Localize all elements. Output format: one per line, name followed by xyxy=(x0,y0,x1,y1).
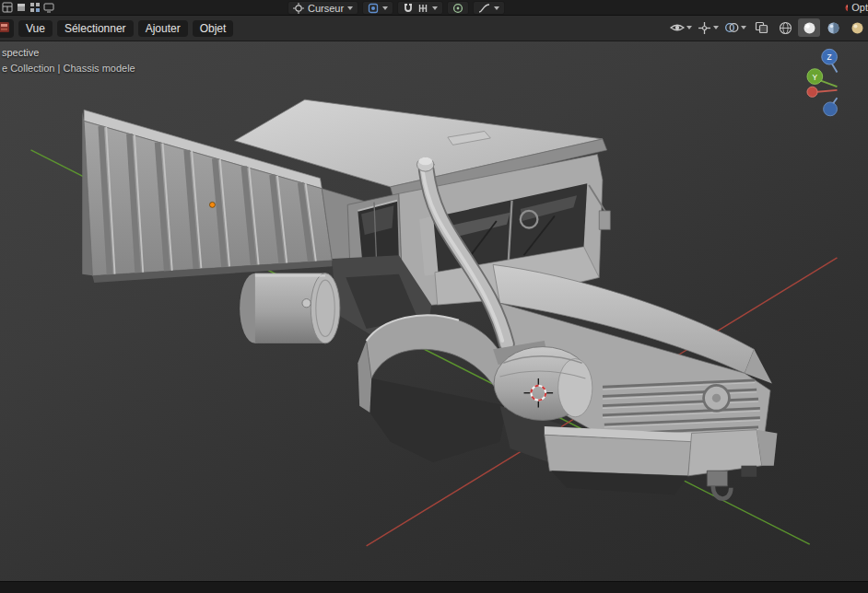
transform-origins-dropdown[interactable] xyxy=(362,1,393,15)
snapping-dropdown[interactable] xyxy=(397,1,443,15)
monitor-icon[interactable] xyxy=(43,2,54,13)
gizmo-z-label: Z xyxy=(827,52,832,62)
gizmo-y-label: Y xyxy=(813,73,818,82)
cube-icon[interactable] xyxy=(16,2,27,13)
chevron-down-icon xyxy=(382,6,388,10)
shading-wireframe-icon xyxy=(779,21,792,35)
snap-magnet-icon xyxy=(403,3,414,14)
fuel-tank[interactable] xyxy=(240,273,340,343)
shading-wireframe-button[interactable] xyxy=(774,18,796,37)
topbar-options[interactable]: Opt xyxy=(844,1,868,14)
snap-increment-icon xyxy=(417,3,428,14)
xray-icon xyxy=(755,21,768,34)
front-bumper[interactable] xyxy=(545,426,778,499)
menu-objet[interactable]: Objet xyxy=(193,20,234,37)
viewport-3d[interactable]: spective e Collection | Chassis modele xyxy=(0,41,868,582)
topbar: Curseur Opt xyxy=(0,0,868,16)
cursor-crosshair-icon xyxy=(293,3,304,14)
tow-shackle xyxy=(707,471,727,486)
menu-vue[interactable]: Vue xyxy=(18,20,53,37)
shading-material-icon xyxy=(827,21,840,35)
viewport-canvas[interactable]: Z Y xyxy=(0,41,868,582)
red-dot-icon xyxy=(844,3,848,13)
collection-breadcrumb: e Collection | Chassis modele xyxy=(2,63,135,74)
menu-ajouter[interactable]: Ajouter xyxy=(138,20,188,37)
overlays-icon xyxy=(724,21,739,34)
nav-gizmo[interactable]: Z Y xyxy=(807,49,838,115)
editor-type-icon xyxy=(0,21,10,33)
falloff-dropdown[interactable] xyxy=(473,1,505,15)
overlays-dropdown[interactable] xyxy=(722,18,748,37)
chevron-down-icon xyxy=(713,26,719,29)
chevron-down-icon xyxy=(741,26,746,29)
side-mirror xyxy=(599,211,610,229)
shading-material-button[interactable] xyxy=(822,18,844,37)
gizmos-dropdown[interactable] xyxy=(696,18,721,37)
object-origin[interactable] xyxy=(209,202,215,207)
cursor-tool-dropdown[interactable]: Curseur xyxy=(287,1,358,15)
shading-solid-button[interactable] xyxy=(798,18,820,37)
falloff-curve-icon xyxy=(478,3,490,14)
cursor-tool-label: Curseur xyxy=(308,3,344,14)
xray-toggle-button[interactable] xyxy=(750,18,772,37)
object-visibility-dropdown[interactable] xyxy=(668,18,694,37)
tank-cap xyxy=(302,299,311,308)
options-label: Opt xyxy=(851,2,868,13)
screen-layout-icon[interactable] xyxy=(2,2,13,13)
proportional-editing-icon xyxy=(452,3,463,14)
gizmo-axis-x[interactable] xyxy=(807,87,817,97)
truck-model[interactable] xyxy=(82,99,777,498)
menu-selectionner[interactable]: Sélectionner xyxy=(57,20,134,37)
topbar-tool-settings: Curseur xyxy=(287,1,505,15)
viewport-menus: Vue Sélectionner Ajouter Objet xyxy=(0,19,233,38)
viewport-header: Vue Sélectionner Ajouter Objet xyxy=(0,16,868,41)
status-bar xyxy=(0,581,868,593)
topbar-left-icons xyxy=(2,2,54,13)
shading-rendered-button[interactable] xyxy=(846,18,868,37)
viewport-header-right xyxy=(668,18,868,37)
proportional-editing-button[interactable] xyxy=(447,1,469,15)
gizmos-icon xyxy=(698,21,711,35)
grid-icon[interactable] xyxy=(29,2,41,13)
chevron-down-icon xyxy=(494,6,499,10)
chevron-down-icon xyxy=(347,6,353,10)
shading-solid-icon xyxy=(803,21,816,35)
object-visibility-icon xyxy=(670,21,685,34)
gizmo-axis-z-neg[interactable] xyxy=(824,102,838,116)
editor-type-selector[interactable] xyxy=(0,19,14,38)
view-perspective-label: spective xyxy=(2,47,39,58)
origin-blue-icon xyxy=(368,3,379,14)
chevron-down-icon xyxy=(432,6,438,10)
chevron-down-icon xyxy=(686,26,692,29)
shading-rendered-icon xyxy=(850,21,864,35)
